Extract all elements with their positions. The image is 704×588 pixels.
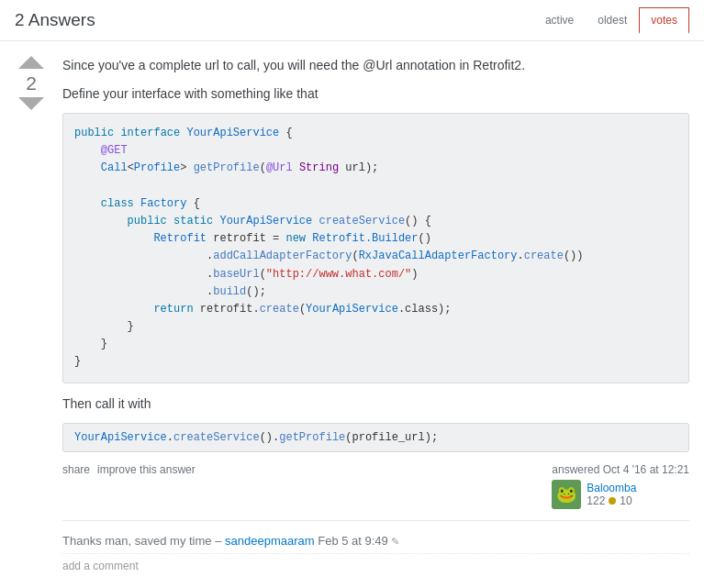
answer-footer: share improve this answer answered Oct 4… bbox=[62, 463, 689, 509]
add-comment-button[interactable]: add a comment bbox=[62, 554, 689, 578]
downvote-button[interactable] bbox=[18, 97, 44, 110]
answer-meta: answered Oct 4 '16 at 12:21 🐸 Baloomba 1… bbox=[552, 463, 689, 509]
user-info: Baloomba 122 10 bbox=[587, 482, 636, 507]
comment-text: Thanks man, saved my time – bbox=[62, 534, 221, 548]
answer-links: share improve this answer bbox=[62, 463, 196, 476]
answer-block: 2 Since you've a complete url to call, y… bbox=[0, 41, 704, 588]
vote-column: 2 bbox=[15, 56, 48, 578]
rep-score: 122 bbox=[587, 494, 605, 507]
improve-link[interactable]: improve this answer bbox=[97, 463, 196, 476]
comments-section: Thanks man, saved my time – sandeepmaara… bbox=[62, 520, 689, 579]
intro-text: Since you've a complete url to call, you… bbox=[62, 56, 689, 75]
answered-label: answered Oct 4 '16 at 12:21 bbox=[552, 463, 689, 476]
user-card: 🐸 Baloomba 122 10 bbox=[552, 480, 689, 509]
badge-count: 10 bbox=[620, 494, 631, 507]
tab-votes[interactable]: votes bbox=[639, 7, 689, 34]
answer-body: 2 Since you've a complete url to call, y… bbox=[15, 56, 689, 578]
avatar: 🐸 bbox=[552, 480, 581, 509]
username[interactable]: Baloomba bbox=[587, 482, 636, 494]
comment-item: Thanks man, saved my time – sandeepmaara… bbox=[62, 528, 689, 555]
commenter-link[interactable]: sandeepmaaram bbox=[225, 534, 315, 548]
then-text: Then call it with bbox=[62, 394, 689, 414]
user-reputation: 122 10 bbox=[587, 494, 636, 507]
code-block-inline: YourApiService.createService().getProfil… bbox=[62, 423, 689, 452]
answer-content: Since you've a complete url to call, you… bbox=[62, 56, 689, 578]
vote-count: 2 bbox=[26, 71, 37, 95]
sort-tabs: active oldest votes bbox=[533, 7, 689, 33]
answers-title: 2 Answers bbox=[15, 10, 95, 30]
edit-icon[interactable]: ✎ bbox=[391, 536, 399, 547]
tab-active[interactable]: active bbox=[533, 7, 586, 33]
share-link[interactable]: share bbox=[62, 463, 90, 476]
upvote-button[interactable] bbox=[18, 56, 44, 69]
badge-dot bbox=[609, 497, 616, 505]
define-text: Define your interface with something lik… bbox=[62, 84, 689, 104]
tab-oldest[interactable]: oldest bbox=[586, 7, 639, 33]
code-block-main: public interface YourApiService { @GET C… bbox=[62, 113, 689, 383]
answers-header: 2 Answers active oldest votes bbox=[0, 0, 704, 41]
comment-date: Feb 5 at 9:49 bbox=[318, 534, 388, 548]
